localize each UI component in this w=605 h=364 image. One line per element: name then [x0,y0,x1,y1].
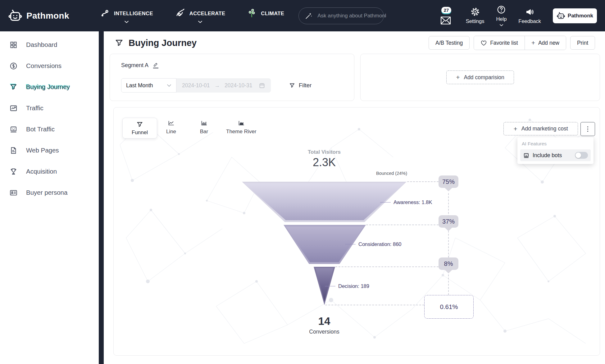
sidebar-item-label: Bot Traffic [26,125,55,133]
heart-icon [480,40,487,46]
conversion-connector [325,305,424,305]
date-preset-select[interactable]: Last Month [121,78,176,93]
funnel-icon [136,121,143,128]
rate-connector-75 [407,181,439,182]
sidebar-item-web-pages[interactable]: Web Pages [0,140,99,161]
page-title: Buying Journey [129,38,197,48]
favorite-list-button[interactable]: Favorite list [474,36,524,50]
dashboard-grid-icon [9,41,18,49]
notifications-button[interactable]: 27 [439,7,454,25]
line-chart-icon [9,104,18,112]
tab-funnel[interactable]: Funnel [122,118,157,139]
settings-button[interactable]: Settings [466,7,484,24]
robot-face-icon [9,125,18,134]
sidebar-item-traffic[interactable]: Traffic [0,98,99,119]
total-visitors-label: Total Visitors [278,149,371,155]
notification-count-badge: 27 [441,7,452,13]
label-connector [380,202,391,202]
climate-icon [247,8,257,19]
sidebar-divider [99,31,104,364]
segment-name: Segment A [121,62,148,69]
dollar-circle-icon [9,62,18,70]
bounced-label: Bounced (24%) [359,171,407,176]
date-range-input[interactable]: 2024-10-01 → 2024-10-31 [176,78,271,93]
nav-item-label: CLIMATE [261,11,284,16]
popover-title: AI Features [522,141,591,147]
feedback-button[interactable]: Feedback [518,7,541,24]
robot-face-icon [523,152,530,159]
sidebar-item-label: Traffic [26,104,43,112]
decision-label: Decision: 189 [325,283,369,289]
sidebar-item-conversions[interactable]: Conversions [0,55,99,76]
add-marketing-cost-button[interactable]: + Add marketing cost [503,122,578,135]
sidebar-item-label: Buying Journey [26,83,70,91]
label-connector [325,286,335,286]
add-new-label: Add new [538,40,559,46]
help-button[interactable]: Help [496,5,507,26]
add-comparison-label: Add comparision [464,74,504,81]
tab-theme-river[interactable]: Theme River [226,120,256,135]
settings-label: Settings [466,18,484,24]
nav-item-accelerate[interactable]: ACCELERATE [175,8,225,23]
sidebar-item-label: Dashboard [26,41,57,48]
feedback-label: Feedback [518,18,541,24]
sidebar-item-label: Web Pages [26,147,59,154]
print-button[interactable]: Print [570,36,595,50]
include-bots-toggle[interactable] [575,152,588,159]
page-header: Buying Journey A/B Testing Favorite list… [104,31,605,50]
sidebar-item-label: Buyer persona [26,189,67,196]
brand-logo[interactable]: Pathmonk [8,9,91,23]
nav-item-climate[interactable]: CLIMATE [247,8,284,23]
add-comparison-button[interactable]: + Add comparision [446,71,514,84]
include-bots-row[interactable]: Include bots [520,149,591,161]
tab-bar[interactable]: Bar [193,120,215,135]
megaphone-icon [525,7,535,16]
account-label: Pathmonk [568,13,593,19]
help-label: Help [496,16,507,22]
intelligence-icon [100,8,111,19]
ab-testing-button[interactable]: A/B Testing [429,36,470,50]
envelope-icon [440,16,451,25]
comparison-card: + Add comparision [360,54,600,101]
pathmonk-robot-icon [557,11,565,20]
edit-pencil-icon[interactable] [153,62,158,68]
add-new-button[interactable]: + Add new [525,36,566,50]
segment-card: Segment A Last Month 2024-10-01 → 2024-1… [110,54,354,101]
rate-connector-8 [335,266,439,267]
main-content: Buying Journey A/B Testing Favorite list… [104,31,605,364]
more-options-button[interactable] [580,122,595,136]
sidebar-item-buyer-persona[interactable]: Buyer persona [0,182,99,203]
sidebar: Dashboard Conversions Buying Journey [0,31,99,364]
chevron-down-icon [124,20,129,23]
chart-card: ) Funnel Line [113,107,600,356]
rate-badge-8: 8% [439,257,458,270]
sidebar-item-buying-journey[interactable]: Buying Journey [0,76,99,98]
nav-item-intelligence[interactable]: INTELLIGENCE [100,8,153,23]
sidebar-item-bot-traffic[interactable]: Bot Traffic [0,119,99,140]
tab-label: Theme River [226,129,256,135]
sidebar-item-label: Conversions [26,62,61,70]
sidebar-item-acquisition[interactable]: Acquisition [0,161,99,182]
date-preset-value: Last Month [126,82,153,89]
conversions-label: Conversions [278,329,371,335]
sidebar-item-label: Acquisition [26,168,57,175]
ask-anything-search[interactable] [298,7,384,24]
tab-label: Bar [200,129,208,135]
tab-line[interactable]: Line [160,120,182,135]
awareness-label: Awareness: 1.8K [380,199,432,205]
chevron-down-icon [198,20,202,23]
pathmonk-robot-icon [8,9,22,23]
add-marketing-cost-label: Add marketing cost [521,125,568,132]
filter-button[interactable]: Filter [289,82,312,89]
magic-wand-icon [305,12,313,20]
account-button[interactable]: Pathmonk [553,8,597,23]
search-input[interactable] [317,12,387,19]
sidebar-item-dashboard[interactable]: Dashboard [0,34,99,55]
line-chart-icon [167,120,175,127]
plus-icon: + [456,74,460,81]
plus-icon: + [531,39,535,47]
ai-features-popover: AI Features Include bots [517,137,594,164]
ab-testing-label: A/B Testing [435,40,463,46]
funnel-icon [114,38,124,48]
funnel-icon [289,82,295,89]
